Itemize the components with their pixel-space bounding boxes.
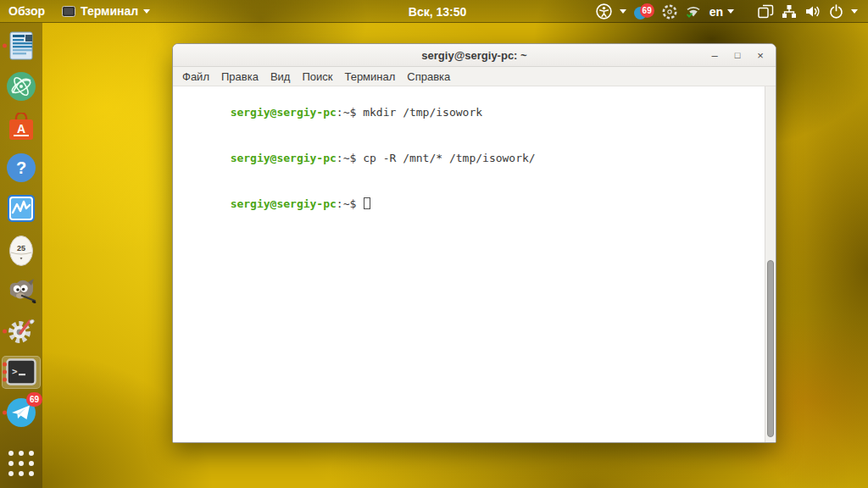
activities-button[interactable]: Обзор: [0, 0, 53, 23]
prompt-user-host: sergiy@sergiy-pc: [231, 197, 337, 210]
telegram-tray-icon[interactable]: 69: [634, 3, 654, 20]
help-icon: ?: [6, 152, 36, 183]
egg-timer-label: 25: [8, 244, 34, 252]
window-title: sergiy@sergiy-pc: ~: [421, 49, 526, 62]
system-monitor-icon: [7, 194, 36, 223]
prompt-user-host: sergiy@sergiy-pc: [231, 106, 337, 119]
terminal-cursor: [364, 197, 370, 209]
command-text: mkdir /tmp/isowork: [356, 106, 482, 119]
menu-item-edit[interactable]: Правка: [215, 67, 264, 86]
dock-item-ubuntu-software[interactable]: A: [2, 110, 41, 143]
settings-tools-icon: [6, 316, 36, 347]
top-panel: Обзор Терминал Вск, 13:50 69: [0, 0, 868, 23]
ubuntu-software-icon: A: [7, 113, 36, 141]
svg-text:?: ?: [16, 158, 26, 177]
clock-button[interactable]: Вск, 13:50: [409, 0, 467, 23]
dock-item-help[interactable]: ?: [2, 152, 41, 185]
dock-item-system-monitor[interactable]: [2, 192, 41, 225]
dock-item-gimp[interactable]: [2, 274, 41, 307]
dock: A ? 25: [0, 23, 42, 488]
keyboard-layout-menu[interactable]: en: [709, 5, 734, 19]
close-button[interactable]: ×: [752, 47, 769, 64]
menu-item-search[interactable]: Поиск: [296, 67, 338, 86]
desktop: Обзор Терминал Вск, 13:50 69: [0, 0, 868, 488]
window-controls: – □ ×: [706, 44, 769, 67]
running-indicator: [3, 363, 7, 382]
app-menu[interactable]: Терминал: [53, 0, 159, 23]
dock-item-settings-tools[interactable]: [2, 314, 41, 347]
menu-item-view[interactable]: Вид: [264, 67, 297, 86]
dock-item-egg-timer[interactable]: 25: [2, 233, 41, 266]
menu-item-file[interactable]: Файл: [176, 67, 215, 86]
chevron-down-icon[interactable]: [851, 9, 858, 14]
clock-label: Вск, 13:50: [409, 5, 467, 19]
svg-text:A: A: [17, 122, 25, 136]
dock-item-telegram[interactable]: 69: [2, 396, 41, 430]
menu-item-terminal[interactable]: Терминал: [338, 67, 401, 86]
app-grid-icon: [8, 451, 34, 476]
dock-item-atom[interactable]: [2, 69, 41, 103]
terminal-mini-icon: [62, 6, 75, 17]
terminal-line: sergiy@sergiy-pc:~$ mkdir /tmp/isowork: [177, 90, 760, 136]
egg-timer-icon: 25: [8, 234, 34, 266]
prompt-suffix: :~$: [337, 106, 356, 119]
wired-network-icon[interactable]: [782, 4, 797, 19]
command-text: cp -R /mnt/* /tmp/isowork/: [356, 152, 535, 164]
chevron-down-icon[interactable]: [620, 9, 626, 14]
scrollbar[interactable]: [765, 86, 776, 443]
running-indicator: [3, 43, 7, 47]
volume-icon[interactable]: [804, 4, 821, 19]
dock-item-terminal[interactable]: >: [2, 356, 41, 389]
gimp-icon: [5, 276, 37, 305]
maximize-button[interactable]: □: [729, 47, 746, 64]
power-icon[interactable]: [829, 4, 843, 19]
terminal-line: sergiy@sergiy-pc:~$ cp -R /mnt/* /tmp/is…: [177, 136, 760, 181]
terminal-line: sergiy@sergiy-pc:~$: [177, 181, 760, 227]
atom-editor-icon: [6, 71, 36, 102]
shutter-icon[interactable]: [662, 4, 677, 19]
running-indicator: [3, 329, 7, 333]
notification-badge: 69: [640, 3, 654, 18]
activities-label: Обзор: [8, 4, 45, 18]
wifi-icon[interactable]: [685, 4, 702, 19]
dock-item-document-viewer[interactable]: [2, 29, 41, 62]
app-menu-label: Терминал: [81, 4, 138, 18]
accessibility-icon[interactable]: [596, 3, 612, 19]
terminal-icon: >: [6, 358, 36, 385]
minimize-button[interactable]: –: [706, 47, 723, 64]
telegram-badge: 69: [26, 392, 42, 407]
window-titlebar[interactable]: sergiy@sergiy-pc: ~ – □ ×: [173, 44, 776, 67]
menu-item-help[interactable]: Справка: [401, 67, 456, 86]
scrollbar-thumb[interactable]: [767, 260, 774, 437]
keyboard-layout-label: en: [709, 5, 723, 19]
svg-text:>: >: [12, 366, 18, 377]
terminal-window: sergiy@sergiy-pc: ~ – □ × Файл Правка Ви…: [172, 43, 776, 443]
prompt-suffix: :~$: [337, 197, 356, 210]
prompt-user-host: sergiy@sergiy-pc: [231, 152, 337, 164]
running-indicator: [3, 411, 7, 415]
dock-item-app-grid[interactable]: [2, 445, 41, 483]
document-viewer-icon: [8, 31, 35, 60]
chevron-down-icon: [143, 9, 150, 14]
prompt-suffix: :~$: [337, 152, 356, 164]
terminal-content[interactable]: sergiy@sergiy-pc:~$ mkdir /tmp/isowork s…: [173, 86, 776, 443]
chevron-down-icon: [727, 9, 734, 14]
system-tray: 69 en: [596, 0, 868, 23]
window-menubar: Файл Правка Вид Поиск Терминал Справка: [173, 67, 776, 86]
displays-icon[interactable]: [758, 4, 774, 19]
